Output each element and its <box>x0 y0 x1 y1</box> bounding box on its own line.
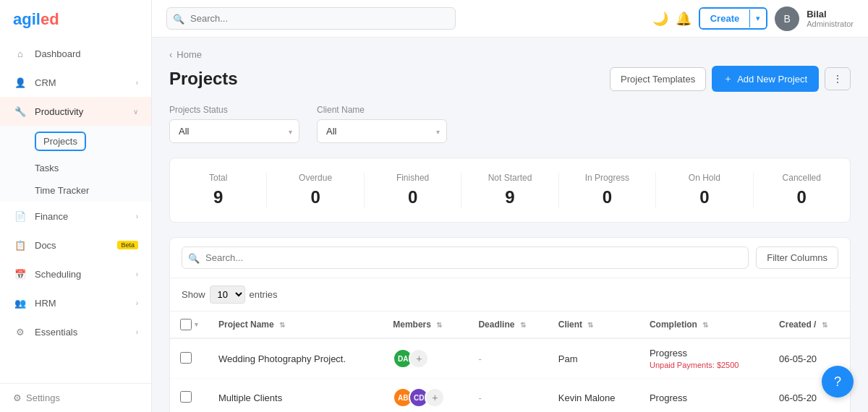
completion-value: Progress <box>650 348 759 359</box>
chevron-right-icon: › <box>136 79 138 87</box>
sidebar-item-essentials[interactable]: ⚙ Essentials › <box>0 317 151 346</box>
table-row: Multiple Clients AB CD + - <box>170 379 850 413</box>
table-search-input[interactable] <box>182 246 749 269</box>
client-cell: Kevin Malone <box>548 379 639 413</box>
topbar: 🔍 🌙 🔔 Create ▾ B Bilal Administrator <box>152 0 868 38</box>
show-entries-bar: Show 10 25 50 entries <box>170 278 850 312</box>
completion-cell: Progress Unpaid Payments: $2500 <box>639 338 769 379</box>
col-label: Members <box>393 319 431 330</box>
status-filter-group: Projects Status All In Progress Finished… <box>169 105 299 143</box>
add-new-label: Add New Project <box>737 74 807 85</box>
settings-icon: ⚙ <box>13 392 22 403</box>
create-dropdown-button[interactable]: ▾ <box>749 9 766 27</box>
notifications-button[interactable]: 🔔 <box>676 11 692 27</box>
sidebar-item-scheduling[interactable]: 📅 Scheduling › <box>0 259 151 288</box>
chevron-right-icon: › <box>136 213 138 220</box>
col-client[interactable]: Client ⇅ <box>548 312 639 338</box>
sidebar-item-label: Docs <box>35 240 113 251</box>
sort-icon: ⇅ <box>587 321 593 329</box>
col-created[interactable]: Created / ⇅ <box>769 312 850 338</box>
project-templates-button[interactable]: Project Templates <box>610 67 706 91</box>
search-input[interactable] <box>166 7 456 30</box>
page-title: Projects <box>169 69 610 89</box>
col-label: Project Name <box>218 319 274 330</box>
col-completion[interactable]: Completion ⇅ <box>639 312 769 338</box>
add-member-button[interactable]: + <box>409 348 429 369</box>
table-toolbar: 🔍 Filter Columns <box>170 238 850 278</box>
settings-label: Settings <box>26 392 60 403</box>
col-label: Deadline <box>478 319 514 330</box>
project-name: Multiple Clients <box>218 392 282 403</box>
entries-label: entries <box>250 289 278 300</box>
search-icon: 🔍 <box>188 252 200 263</box>
create-button[interactable]: Create <box>700 9 749 28</box>
client-select-wrap: All Pam Kevin Malone ▾ <box>317 119 447 143</box>
filters: Projects Status All In Progress Finished… <box>169 105 851 143</box>
col-deadline[interactable]: Deadline ⇅ <box>468 312 548 338</box>
sidebar-item-tasks[interactable]: Tasks <box>0 157 151 179</box>
breadcrumb[interactable]: ‹ Home <box>169 49 851 60</box>
stat-finished-value: 0 <box>365 187 461 207</box>
header-checkbox-cell: ▾ <box>170 312 208 338</box>
sidebar-item-dashboard[interactable]: ⌂ Dashboard <box>0 39 151 68</box>
chevron-right-icon: › <box>136 328 138 336</box>
completion-value: Progress <box>650 392 759 403</box>
stat-on-hold-label: On Hold <box>656 173 752 183</box>
stat-total-value: 9 <box>170 187 266 207</box>
deadline-cell: - <box>468 379 548 413</box>
user-name: Bilal <box>807 9 854 20</box>
row-checkbox-cell <box>170 338 208 379</box>
row-checkbox[interactable] <box>180 352 192 364</box>
table-row: Wedding Photography Project. DA + - <box>170 338 850 379</box>
sort-icon: ⇅ <box>702 321 708 329</box>
stat-finished: Finished 0 <box>365 173 461 207</box>
settings-link[interactable]: ⚙ Settings <box>0 383 151 412</box>
sidebar-item-productivity[interactable]: 🔧 Productivity ∨ <box>0 97 151 126</box>
sidebar-item-time-tracker[interactable]: Time Tracker <box>0 179 151 202</box>
sidebar-item-hrm[interactable]: 👥 HRM › <box>0 288 151 317</box>
filter-columns-button[interactable]: Filter Columns <box>756 246 838 269</box>
help-button[interactable]: ? <box>822 366 854 398</box>
client-name: Pam <box>558 353 578 364</box>
add-new-project-button[interactable]: ＋ Add New Project <box>712 66 819 92</box>
project-name-cell: Multiple Clients <box>208 379 383 413</box>
row-checkbox-cell <box>170 379 208 413</box>
stats-bar: Total 9 Overdue 0 Finished 0 Not Started… <box>169 158 851 223</box>
logo: agiled <box>0 0 151 39</box>
client-filter-group: Client Name All Pam Kevin Malone ▾ <box>317 105 447 143</box>
col-project-name[interactable]: Project Name ⇅ <box>208 312 383 338</box>
dark-mode-button[interactable]: 🌙 <box>652 11 668 27</box>
user-role: Administrator <box>807 20 854 28</box>
entries-select[interactable]: 10 25 50 <box>210 286 245 304</box>
more-options-button[interactable]: ⋮ <box>825 67 851 90</box>
logo-part2: ed <box>41 10 59 28</box>
select-all-checkbox[interactable] <box>180 319 192 330</box>
sidebar: agiled ⌂ Dashboard 👤 CRM › 🔧 Productivit… <box>0 0 152 412</box>
time-tracker-label: Time Tracker <box>35 185 89 196</box>
productivity-subnav: Projects Tasks Time Tracker <box>0 126 151 202</box>
col-members[interactable]: Members ⇅ <box>383 312 468 338</box>
topbar-actions: 🌙 🔔 Create ▾ B Bilal Administrator <box>652 7 854 31</box>
row-checkbox[interactable] <box>180 391 192 403</box>
completion-cell: Progress <box>639 379 769 413</box>
user-info: Bilal Administrator <box>807 9 854 29</box>
add-member-button[interactable]: + <box>425 387 445 408</box>
stat-cancelled-label: Cancelled <box>754 173 850 183</box>
status-select[interactable]: All In Progress Finished On Hold <box>169 119 299 143</box>
projects-label: Projects <box>35 132 86 151</box>
client-cell: Pam <box>548 338 639 379</box>
table-search-wrap: 🔍 <box>182 246 749 269</box>
deadline-cell: - <box>468 338 548 379</box>
sort-icon: ⇅ <box>436 321 442 329</box>
hrm-icon: 👥 <box>13 296 27 310</box>
sidebar-item-projects[interactable]: Projects <box>0 126 151 157</box>
logo-part1: agil <box>13 10 41 28</box>
crm-icon: 👤 <box>13 75 27 90</box>
client-select[interactable]: All Pam Kevin Malone <box>317 119 447 143</box>
stat-not-started-label: Not Started <box>461 173 558 183</box>
sidebar-item-crm[interactable]: 👤 CRM › <box>0 68 151 97</box>
stat-overdue-label: Overdue <box>267 173 363 183</box>
sidebar-item-finance[interactable]: 📄 Finance › <box>0 202 151 231</box>
sidebar-item-docs[interactable]: 📋 Docs Beta <box>0 231 151 259</box>
chevron-down-icon: ∨ <box>133 108 138 116</box>
